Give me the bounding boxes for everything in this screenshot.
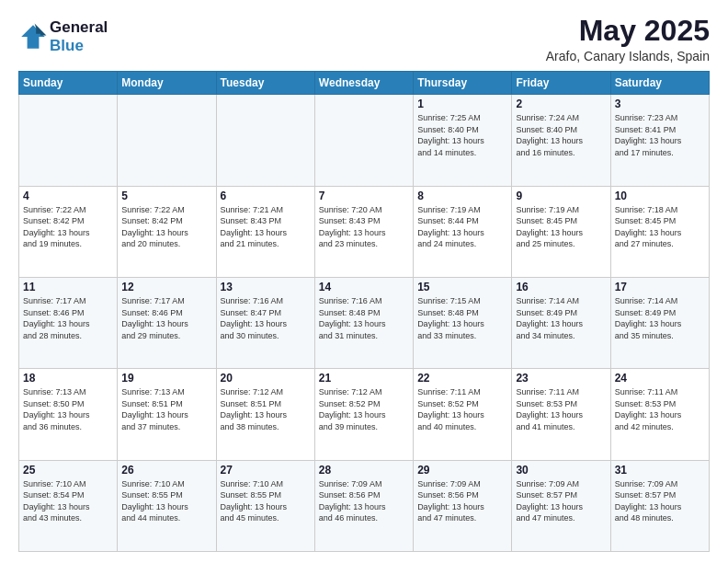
day-info: Sunrise: 7:09 AM Sunset: 8:57 PM Dayligh…	[516, 478, 606, 524]
calendar-cell: 13Sunrise: 7:16 AM Sunset: 8:47 PM Dayli…	[216, 277, 314, 368]
day-info: Sunrise: 7:09 AM Sunset: 8:56 PM Dayligh…	[417, 478, 507, 524]
col-header-monday: Monday	[118, 72, 216, 95]
day-info: Sunrise: 7:19 AM Sunset: 8:45 PM Dayligh…	[516, 204, 606, 250]
day-number: 21	[319, 372, 409, 385]
calendar-cell: 2Sunrise: 7:24 AM Sunset: 8:40 PM Daylig…	[512, 95, 610, 186]
day-number: 24	[615, 372, 705, 385]
day-info: Sunrise: 7:22 AM Sunset: 8:42 PM Dayligh…	[23, 204, 113, 250]
svg-marker-0	[21, 25, 45, 49]
day-number: 23	[516, 372, 606, 385]
calendar-cell: 14Sunrise: 7:16 AM Sunset: 8:48 PM Dayli…	[314, 277, 413, 368]
calendar-cell: 24Sunrise: 7:11 AM Sunset: 8:53 PM Dayli…	[610, 369, 709, 460]
day-number: 27	[221, 464, 311, 477]
day-info: Sunrise: 7:10 AM Sunset: 8:55 PM Dayligh…	[121, 478, 211, 524]
calendar-cell: 31Sunrise: 7:09 AM Sunset: 8:57 PM Dayli…	[610, 460, 709, 551]
calendar-cell: 11Sunrise: 7:17 AM Sunset: 8:46 PM Dayli…	[19, 277, 118, 368]
day-info: Sunrise: 7:11 AM Sunset: 8:52 PM Dayligh…	[417, 386, 507, 432]
day-info: Sunrise: 7:14 AM Sunset: 8:49 PM Dayligh…	[516, 295, 606, 341]
day-number: 16	[516, 281, 606, 293]
day-info: Sunrise: 7:17 AM Sunset: 8:46 PM Dayligh…	[121, 295, 211, 341]
day-info: Sunrise: 7:17 AM Sunset: 8:46 PM Dayligh…	[23, 295, 113, 341]
logo-icon	[18, 22, 48, 52]
calendar-cell: 23Sunrise: 7:11 AM Sunset: 8:53 PM Dayli…	[512, 369, 610, 460]
calendar-week-4: 18Sunrise: 7:13 AM Sunset: 8:50 PM Dayli…	[19, 369, 710, 460]
day-number: 25	[23, 464, 113, 477]
day-number: 14	[319, 281, 409, 293]
col-header-thursday: Thursday	[414, 72, 512, 95]
day-info: Sunrise: 7:16 AM Sunset: 8:48 PM Dayligh…	[319, 295, 409, 341]
calendar-cell: 19Sunrise: 7:13 AM Sunset: 8:51 PM Dayli…	[118, 369, 216, 460]
day-info: Sunrise: 7:10 AM Sunset: 8:55 PM Dayligh…	[221, 478, 311, 524]
calendar-cell: 10Sunrise: 7:18 AM Sunset: 8:45 PM Dayli…	[610, 186, 709, 277]
day-number: 5	[121, 190, 211, 202]
header: General Blue May 2025 Arafo, Canary Isla…	[18, 15, 710, 63]
day-number: 11	[23, 281, 113, 293]
day-number: 19	[121, 372, 211, 385]
day-number: 2	[516, 98, 606, 110]
calendar-cell: 12Sunrise: 7:17 AM Sunset: 8:46 PM Dayli…	[118, 277, 216, 368]
calendar-cell: 20Sunrise: 7:12 AM Sunset: 8:51 PM Dayli…	[216, 369, 314, 460]
calendar-cell	[118, 95, 216, 186]
calendar-cell: 21Sunrise: 7:12 AM Sunset: 8:52 PM Dayli…	[314, 369, 413, 460]
calendar-cell: 26Sunrise: 7:10 AM Sunset: 8:55 PM Dayli…	[118, 460, 216, 551]
calendar-cell: 1Sunrise: 7:25 AM Sunset: 8:40 PM Daylig…	[414, 95, 512, 186]
day-info: Sunrise: 7:13 AM Sunset: 8:51 PM Dayligh…	[121, 386, 211, 432]
calendar-cell	[19, 95, 118, 186]
logo-text: General Blue	[50, 18, 108, 54]
day-info: Sunrise: 7:22 AM Sunset: 8:42 PM Dayligh…	[121, 204, 211, 250]
location: Arafo, Canary Islands, Spain	[546, 49, 710, 63]
calendar-cell: 28Sunrise: 7:09 AM Sunset: 8:56 PM Dayli…	[314, 460, 413, 551]
day-info: Sunrise: 7:11 AM Sunset: 8:53 PM Dayligh…	[615, 386, 705, 432]
day-info: Sunrise: 7:15 AM Sunset: 8:48 PM Dayligh…	[417, 295, 507, 341]
day-info: Sunrise: 7:09 AM Sunset: 8:56 PM Dayligh…	[319, 478, 409, 524]
calendar-cell: 7Sunrise: 7:20 AM Sunset: 8:43 PM Daylig…	[314, 186, 413, 277]
day-number: 18	[23, 372, 113, 385]
day-number: 8	[417, 190, 507, 202]
col-header-wednesday: Wednesday	[314, 72, 413, 95]
calendar-week-3: 11Sunrise: 7:17 AM Sunset: 8:46 PM Dayli…	[19, 277, 710, 368]
calendar-week-2: 4Sunrise: 7:22 AM Sunset: 8:42 PM Daylig…	[19, 186, 710, 277]
day-info: Sunrise: 7:12 AM Sunset: 8:52 PM Dayligh…	[319, 386, 409, 432]
svg-marker-1	[35, 23, 47, 35]
day-info: Sunrise: 7:20 AM Sunset: 8:43 PM Dayligh…	[319, 204, 409, 250]
day-info: Sunrise: 7:21 AM Sunset: 8:43 PM Dayligh…	[221, 204, 311, 250]
page: General Blue May 2025 Arafo, Canary Isla…	[0, 0, 728, 563]
calendar-cell	[216, 95, 314, 186]
calendar-cell: 18Sunrise: 7:13 AM Sunset: 8:50 PM Dayli…	[19, 369, 118, 460]
day-info: Sunrise: 7:19 AM Sunset: 8:44 PM Dayligh…	[417, 204, 507, 250]
day-number: 22	[417, 372, 507, 385]
day-info: Sunrise: 7:09 AM Sunset: 8:57 PM Dayligh…	[615, 478, 705, 524]
calendar-cell: 16Sunrise: 7:14 AM Sunset: 8:49 PM Dayli…	[512, 277, 610, 368]
day-number: 15	[417, 281, 507, 293]
calendar-cell: 4Sunrise: 7:22 AM Sunset: 8:42 PM Daylig…	[19, 186, 118, 277]
day-number: 10	[615, 190, 705, 202]
calendar-cell: 15Sunrise: 7:15 AM Sunset: 8:48 PM Dayli…	[414, 277, 512, 368]
day-info: Sunrise: 7:18 AM Sunset: 8:45 PM Dayligh…	[615, 204, 705, 250]
day-number: 17	[615, 281, 705, 293]
calendar-table: SundayMondayTuesdayWednesdayThursdayFrid…	[18, 71, 710, 552]
day-info: Sunrise: 7:25 AM Sunset: 8:40 PM Dayligh…	[417, 112, 507, 158]
month-title: May 2025	[546, 15, 710, 47]
day-number: 4	[23, 190, 113, 202]
calendar-cell: 25Sunrise: 7:10 AM Sunset: 8:54 PM Dayli…	[19, 460, 118, 551]
day-number: 3	[615, 98, 705, 110]
calendar-header-row: SundayMondayTuesdayWednesdayThursdayFrid…	[19, 72, 710, 95]
day-info: Sunrise: 7:14 AM Sunset: 8:49 PM Dayligh…	[615, 295, 705, 341]
day-info: Sunrise: 7:11 AM Sunset: 8:53 PM Dayligh…	[516, 386, 606, 432]
day-info: Sunrise: 7:16 AM Sunset: 8:47 PM Dayligh…	[221, 295, 311, 341]
logo: General Blue	[18, 18, 108, 54]
calendar-cell: 5Sunrise: 7:22 AM Sunset: 8:42 PM Daylig…	[118, 186, 216, 277]
calendar-cell: 6Sunrise: 7:21 AM Sunset: 8:43 PM Daylig…	[216, 186, 314, 277]
day-number: 12	[121, 281, 211, 293]
day-info: Sunrise: 7:12 AM Sunset: 8:51 PM Dayligh…	[221, 386, 311, 432]
col-header-sunday: Sunday	[19, 72, 118, 95]
day-number: 13	[221, 281, 311, 293]
calendar-week-5: 25Sunrise: 7:10 AM Sunset: 8:54 PM Dayli…	[19, 460, 710, 551]
calendar-cell: 27Sunrise: 7:10 AM Sunset: 8:55 PM Dayli…	[216, 460, 314, 551]
calendar-cell: 8Sunrise: 7:19 AM Sunset: 8:44 PM Daylig…	[414, 186, 512, 277]
day-number: 1	[417, 98, 507, 110]
calendar-cell: 22Sunrise: 7:11 AM Sunset: 8:52 PM Dayli…	[414, 369, 512, 460]
day-number: 31	[615, 464, 705, 477]
day-number: 28	[319, 464, 409, 477]
col-header-saturday: Saturday	[610, 72, 709, 95]
